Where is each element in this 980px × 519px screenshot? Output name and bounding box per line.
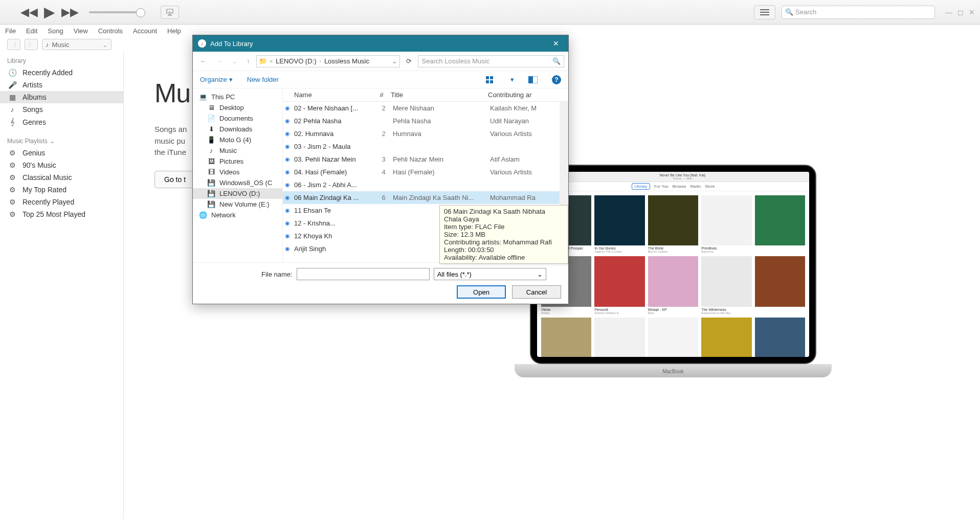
folder-tree[interactable]: 💻This PC🖥Desktop📄Documents⬇Downloads📱Mot… [193,88,283,262]
tree-item[interactable]: 💾LENOVO (D:) [193,188,282,199]
path-recent-button[interactable]: ⌄ [229,56,240,66]
album-tile: Mirage - EPElse [648,256,698,314]
tree-item[interactable]: ♪Music [193,145,282,156]
back-button[interactable]: 〈 [7,39,20,50]
maximize-button[interactable]: ◻ [957,8,964,16]
breadcrumb-seg-1[interactable]: Lossless Music [324,57,369,65]
file-title: Pehla Nasha [393,117,490,125]
file-row[interactable]: ◉02. Humnava2HumnavaVarious Artists [283,127,568,140]
file-name: 12 Khoya Kh [294,232,374,240]
tree-label: New Volume (E:) [219,200,270,208]
mac-now-sub: Flume — Skin [660,177,706,180]
play-button[interactable]: ▶ [44,4,55,20]
tree-item[interactable]: 🖼Pictures [193,156,282,167]
tree-item[interactable]: 💻This PC [193,92,282,102]
file-filter-select[interactable]: All files (*.*) ⌄ [434,268,546,280]
playlist-item[interactable]: ⚙90's Music [0,159,123,171]
sidebar-item-recently-added[interactable]: 🕓Recently Added [0,66,123,79]
folder-icon: 📁 [259,57,267,65]
tree-item[interactable]: 📄Documents [193,113,282,124]
menu-help[interactable]: Help [167,27,181,35]
tree-item[interactable]: 🌐Network [193,210,282,220]
tree-item[interactable]: 📱Moto G (4) [193,134,282,145]
prev-button[interactable]: ◀◀ [20,6,38,19]
dialog-search-input[interactable]: Search Lossless Music 🔍 [418,55,564,67]
playlist-item[interactable]: ⚙Top 25 Most Played [0,208,123,220]
up-next-button[interactable] [754,5,775,19]
playlist-item[interactable]: ⚙Genius [0,147,123,159]
search-input[interactable]: 🔍 Search [782,6,935,19]
gear-icon: ⚙ [7,149,17,157]
playlist-label: 90's Music [23,161,56,169]
go-to-store-button[interactable]: Go to t [154,171,195,188]
playlist-label: Recently Played [23,198,74,206]
menu-controls[interactable]: Controls [98,27,123,35]
desktop-icon: 🖥 [207,104,215,111]
sidebar-item-albums[interactable]: ▦Albums [0,91,123,103]
playlist-item[interactable]: ⚙Classical Music [0,171,123,184]
net-icon: 🌐 [199,211,207,219]
playlist-item[interactable]: ⚙My Top Rated [0,184,123,196]
tree-item[interactable]: 💾Windows8_OS (C [193,177,282,188]
col-title[interactable]: Title [391,91,488,99]
tree-item[interactable]: 🎞Videos [193,167,282,177]
path-back-button[interactable]: ← [197,56,210,66]
new-folder-button[interactable]: New folder [247,76,279,83]
chevron-updown-icon: ⌄ [102,41,108,49]
dialog-title: Add To Library [210,40,253,48]
file-row[interactable]: ◉02 Pehla NashaPehla NashaUdit Narayan [283,115,568,127]
file-row[interactable]: ◉06 Main Zindagi Ka ...6Main Zindagi Ka … [283,191,568,204]
path-up-button[interactable]: ↑ [243,56,253,66]
tree-label: Moto G (4) [219,136,251,144]
breadcrumb-seg-0[interactable]: LENOVO (D:) [276,57,316,65]
tree-item[interactable]: 🖥Desktop [193,102,282,113]
refresh-button[interactable]: ⟳ [403,57,415,65]
sidebar-item-songs[interactable]: ♪Songs [0,103,123,116]
path-forward-button[interactable]: → [213,56,226,66]
open-button[interactable]: Open [457,285,506,299]
filename-input[interactable] [297,268,430,280]
help-icon[interactable]: ? [552,75,561,84]
file-row[interactable]: ◉04. Hasi (Female)4Hasi (Female)Various … [283,166,568,178]
library-selector[interactable]: ♪ Music ⌄ [42,39,112,50]
file-row[interactable]: ◉03 - Jism 2 - Maula [283,140,568,153]
file-row[interactable]: ◉02 - Mere Nishaan [...2Mere NishaanKail… [283,102,568,115]
close-button[interactable]: ✕ [969,8,975,16]
chevron-down-icon[interactable]: ▾ [510,76,514,83]
dialog-path-bar: ← → ⌄ ↑ 📁 « LENOVO (D:) › Lossless Music… [193,52,568,71]
preview-pane-button[interactable] [528,76,538,83]
playlist-item[interactable]: ⚙Recently Played [0,196,123,208]
menu-view[interactable]: View [74,27,88,35]
audio-file-icon: ◉ [285,143,294,150]
airplay-button[interactable] [161,6,179,19]
forward-button[interactable]: 〉 [25,39,38,50]
col-name[interactable]: Name [283,91,372,99]
col-num[interactable]: # [372,91,391,99]
breadcrumb[interactable]: 📁 « LENOVO (D:) › Lossless Music ⌄ [256,55,400,67]
playlist-label: My Top Rated [23,186,66,194]
file-row[interactable]: ◉03. Pehli Nazar Mein3Pehli Nazar MeinAt… [283,153,568,166]
tree-item[interactable]: ⬇Downloads [193,124,282,134]
sidebar-item-genres[interactable]: 𝄞Genres [0,116,123,128]
library-selector-label: Music [52,41,70,49]
organize-menu[interactable]: Organize ▾ [200,76,233,83]
menu-file[interactable]: File [5,27,16,35]
file-title: Humnava [393,130,490,138]
next-button[interactable]: ▶▶ [61,6,79,19]
gear-icon: ⚙ [7,198,17,206]
sidebar-head-playlists[interactable]: Music Playlists ⌄ [0,136,123,147]
view-mode-button[interactable] [486,76,496,83]
sidebar-item-artists[interactable]: 🎤Artists [0,79,123,91]
tree-item[interactable]: 💾New Volume (E:) [193,199,282,210]
cancel-button[interactable]: Cancel [512,285,561,299]
file-row[interactable]: ◉06 - Jism 2 - Abhi A... [283,178,568,191]
menu-edit[interactable]: Edit [26,27,37,35]
volume-slider[interactable] [89,11,145,13]
dialog-close-button[interactable]: ✕ [549,38,563,49]
minimize-button[interactable]: — [945,8,952,16]
menu-song[interactable]: Song [48,27,63,35]
menu-account[interactable]: Account [133,27,157,35]
chevron-down-icon[interactable]: ⌄ [392,57,397,65]
col-artist[interactable]: Contributing ar [488,91,568,99]
file-artist: Kailash Kher, M [490,104,568,112]
